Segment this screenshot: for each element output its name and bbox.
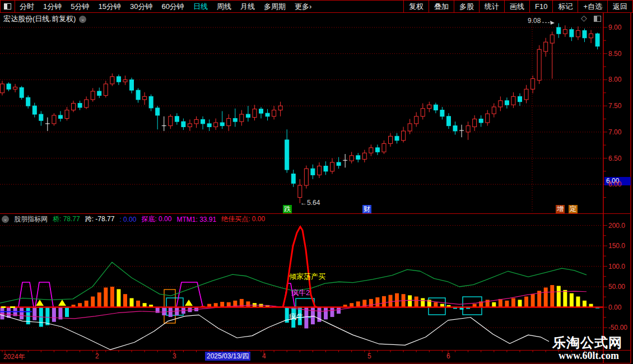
panel-icon[interactable] (594, 15, 601, 24)
candle-body (52, 115, 56, 124)
candle-body (337, 162, 341, 166)
indicator-bar (576, 297, 580, 307)
indicator-axis-label: 100.0 (608, 263, 625, 270)
candle-body (156, 108, 160, 115)
candle-body (563, 30, 567, 34)
candle-body (389, 136, 393, 143)
indicator-bar (524, 297, 528, 307)
toolbar-period-30分钟[interactable]: 30分钟 (125, 1, 157, 12)
toolbar-action-返回[interactable]: 返回 (607, 1, 632, 12)
candle-body (253, 109, 257, 118)
toolbar-period-60分钟[interactable]: 60分钟 (157, 1, 188, 12)
candle-body (446, 116, 450, 126)
candle-body (537, 49, 541, 80)
toolbar-period-15分钟[interactable]: 15分钟 (94, 1, 125, 12)
candle-body (492, 107, 496, 114)
candle-body (220, 123, 224, 126)
candle-body (505, 101, 509, 105)
candle-body (85, 100, 89, 108)
price-axis-label: 9.00 (608, 24, 621, 31)
toolbar-action-标记[interactable]: 标记 (552, 1, 578, 12)
toolbar-period-多周期[interactable]: 多周期 (259, 1, 290, 12)
layout-toggle-button[interactable] (1, 1, 15, 12)
candle-body (181, 122, 185, 127)
indicator-bar (369, 299, 373, 307)
indicator-bar (136, 301, 140, 307)
toolbar-period-日线[interactable]: 日线 (189, 1, 212, 12)
toolbar-period-月线[interactable]: 月线 (236, 1, 259, 12)
indicator-bar (110, 287, 114, 307)
event-badge-增[interactable]: 增 (556, 205, 565, 213)
indicator-bar (434, 302, 437, 307)
candle-body (395, 136, 399, 140)
toolbar-action-统计[interactable]: 统计 (479, 1, 504, 12)
candle-body (240, 114, 244, 122)
toolbar-period-更多›[interactable]: 更多› (290, 1, 316, 12)
signal-label: 倾家荡产买 (289, 272, 325, 282)
price-axis-label: 6.50 (608, 155, 621, 162)
toolbar-action-多股[interactable]: 多股 (454, 1, 479, 12)
diamond-icon[interactable]: ◇ (581, 13, 587, 22)
candle-body (576, 31, 580, 37)
candle-body (434, 105, 437, 110)
candle-body (304, 169, 308, 185)
split-panel-icon (4, 3, 11, 10)
toolbar-period-分时[interactable]: 分时 (15, 1, 39, 12)
toolbar-period-周线[interactable]: 周线 (212, 1, 236, 12)
indicator-chevron-icon[interactable]: ⌄ (2, 216, 9, 223)
event-badge-财[interactable]: 财 (362, 205, 371, 213)
title-row: 宏达股份(日线.前复权) ⌄ (3, 14, 86, 24)
candle-body (117, 77, 120, 82)
candle-body (550, 35, 554, 43)
indicator-bar (220, 302, 224, 307)
indicator-bar (311, 307, 315, 325)
candle-body (65, 110, 69, 119)
signal-label: 疯牛2 (291, 288, 310, 298)
indicator-bar (518, 300, 522, 307)
toolbar-action-画线[interactable]: 画线 (504, 1, 529, 12)
candle-body (201, 119, 205, 123)
indicator-value: 绝佳买点: 0.00 (221, 214, 265, 224)
price-axis-label: 8.00 (608, 76, 621, 83)
candle-body (123, 80, 127, 82)
event-badge-跌[interactable]: 跌 (283, 205, 292, 213)
candle-body (453, 126, 457, 131)
candle-body (136, 90, 140, 100)
date-axis-label: 5 (367, 352, 371, 360)
indicator-bar (511, 298, 515, 307)
toolbar-period-1分钟[interactable]: 1分钟 (39, 1, 66, 12)
toolbar-action-复权[interactable]: 复权 (403, 1, 429, 12)
top-toolbar: 分时1分钟5分钟15分钟30分钟60分钟日线周线月线多周期更多› 复权叠加多股统… (0, 0, 633, 13)
watermark-site-name: 乐淘公式网 (552, 334, 622, 352)
indicator-bar (45, 307, 49, 325)
indicator-bar (563, 290, 567, 307)
toolbar-action-叠加[interactable]: 叠加 (429, 1, 454, 12)
toolbar-action-+自选[interactable]: +自选 (578, 1, 607, 12)
candle-body (466, 126, 470, 132)
charts-canvas[interactable] (0, 0, 633, 364)
indicator-bar (20, 307, 24, 320)
indicator-bar (505, 301, 509, 307)
candle-body (227, 119, 231, 126)
event-badge-定[interactable]: 定 (569, 205, 578, 213)
toolbar-action-F10[interactable]: F10 (529, 1, 552, 12)
date-axis-label: 2 (95, 352, 99, 360)
candle-body (298, 185, 302, 197)
buy-triangle-icon (36, 300, 44, 306)
candle-body (570, 30, 574, 37)
candle-body (511, 96, 515, 105)
candle-body (331, 162, 334, 171)
indicator-axis-label: 0.00 (608, 304, 621, 311)
candle-body (499, 101, 502, 107)
indicator-header: ⌄ 股朋指标网桥: 78.77跨: -78.77: 0.00探底: 0.00MT… (2, 214, 265, 224)
indicator-bar (169, 307, 173, 318)
date-axis-label: 3 (173, 352, 176, 360)
toolbar-period-5分钟[interactable]: 5分钟 (66, 1, 94, 12)
date-axis-label: 4 (262, 352, 266, 360)
candle-body (440, 110, 444, 116)
buy-triangle-icon (58, 300, 66, 306)
candle-body (110, 77, 114, 84)
indicator-bar (583, 301, 587, 307)
candle-body (1, 84, 4, 93)
chevron-down-icon[interactable]: ⌄ (79, 16, 86, 23)
